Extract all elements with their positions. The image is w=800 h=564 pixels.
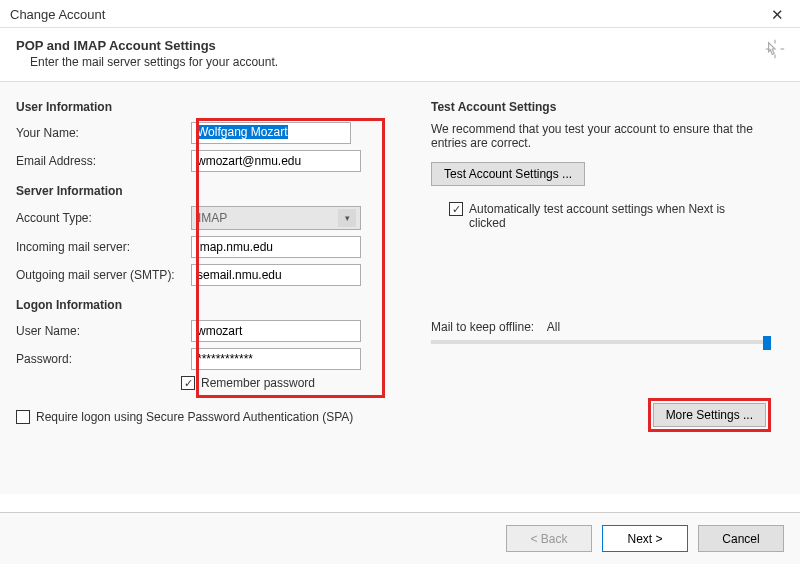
label-remember: Remember password [201,376,315,390]
password-field[interactable] [191,348,361,370]
label-email: Email Address: [16,154,191,168]
mail-offline-slider[interactable] [431,340,771,344]
label-incoming: Incoming mail server: [16,240,191,254]
email-field[interactable] [191,150,361,172]
account-type-dropdown[interactable]: IMAP ▾ [191,206,361,230]
auto-test-checkbox[interactable]: ✓ [449,202,463,216]
slider-thumb[interactable] [763,336,771,350]
spa-checkbox[interactable] [16,410,30,424]
label-account-type: Account Type: [16,211,191,225]
mail-offline-value: All [547,320,560,334]
outgoing-server-field[interactable] [191,264,361,286]
section-server-info: Server Information [16,184,381,198]
page-title: POP and IMAP Account Settings [16,38,784,53]
label-spa: Require logon using Secure Password Auth… [36,410,353,424]
label-outgoing: Outgoing mail server (SMTP): [16,268,191,282]
test-hint: We recommend that you test your account … [431,122,771,150]
label-password: Password: [16,352,191,366]
more-settings-highlight: More Settings ... [648,398,771,432]
more-settings-button[interactable]: More Settings ... [653,403,766,427]
cancel-button[interactable]: Cancel [698,525,784,552]
remember-password-checkbox[interactable]: ✓ [181,376,195,390]
cursor-icon [764,38,786,63]
section-user-info: User Information [16,100,381,114]
section-logon-info: Logon Information [16,298,381,312]
test-account-button[interactable]: Test Account Settings ... [431,162,585,186]
section-test: Test Account Settings [431,100,771,114]
label-user-name: User Name: [16,324,191,338]
incoming-server-field[interactable] [191,236,361,258]
next-button[interactable]: Next > [602,525,688,552]
close-icon[interactable]: ✕ [765,6,790,24]
account-type-value: IMAP [198,211,227,225]
label-auto-test: Automatically test account settings when… [469,202,749,230]
back-button: < Back [506,525,592,552]
chevron-down-icon: ▾ [338,209,356,227]
window-title: Change Account [10,7,105,22]
your-name-field[interactable]: Wolfgang Mozart [191,122,351,144]
user-name-field[interactable] [191,320,361,342]
label-mail-offline: Mail to keep offline: [431,320,534,334]
page-subtitle: Enter the mail server settings for your … [16,55,784,69]
label-your-name: Your Name: [16,126,191,140]
